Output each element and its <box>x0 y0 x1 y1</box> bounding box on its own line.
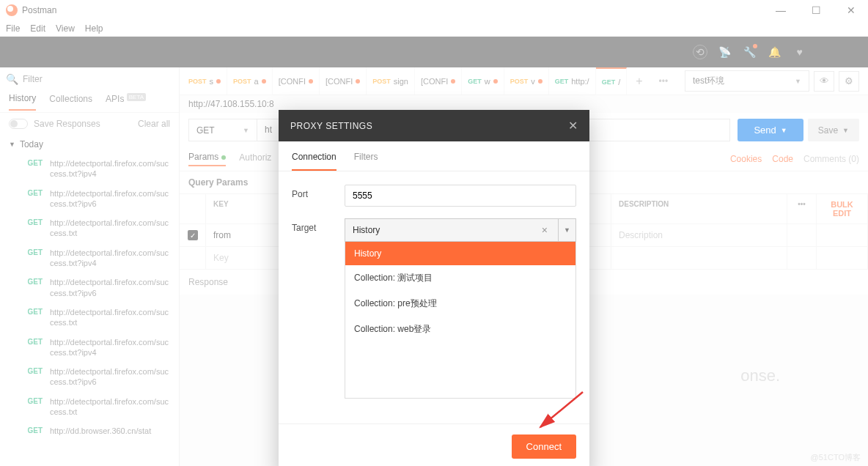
port-label: Port <box>292 185 345 199</box>
modal-tab-connection[interactable]: Connection <box>292 152 336 171</box>
target-value: History <box>353 225 380 235</box>
port-input[interactable] <box>345 185 576 207</box>
target-dropdown: History Collection: 测试项目 Collection: pre… <box>345 242 576 399</box>
clear-icon[interactable]: × <box>539 224 551 236</box>
dropdown-option[interactable]: Collection: web登录 <box>345 317 575 342</box>
dropdown-option[interactable]: History <box>345 242 575 265</box>
target-combobox[interactable]: History × <box>345 218 559 242</box>
modal-title: PROXY SETTINGS <box>290 121 372 131</box>
dropdown-option[interactable]: Collection: pre预处理 <box>345 291 575 317</box>
modal-close-button[interactable]: ✕ <box>568 119 578 133</box>
connect-button[interactable]: Connect <box>512 434 576 459</box>
proxy-settings-modal: PROXY SETTINGS ✕ Connection Filters Port… <box>279 110 589 466</box>
target-dropdown-toggle[interactable]: ▼ <box>559 218 576 242</box>
target-label: Target <box>292 218 345 233</box>
modal-tab-filters[interactable]: Filters <box>354 152 378 171</box>
dropdown-option[interactable]: Collection: 测试项目 <box>345 265 575 291</box>
